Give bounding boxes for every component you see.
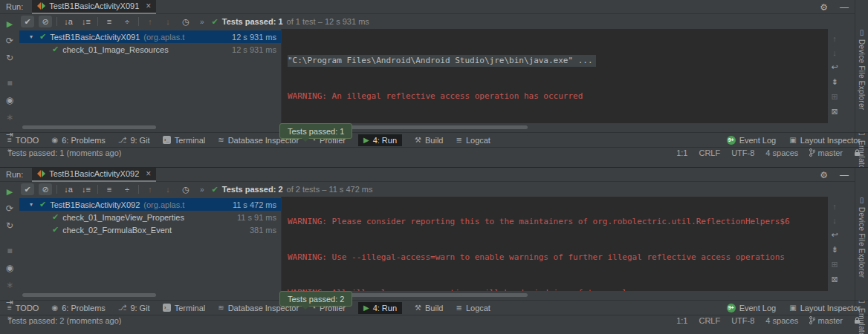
chevron-down-icon[interactable]: ▾: [30, 201, 36, 208]
scroll-to-end-icon[interactable]: ⇟: [831, 77, 838, 87]
run-console[interactable]: "C:\Program Files\Android\Android Studio…: [281, 29, 828, 123]
sort-alphabetically-icon[interactable]: ↓a: [62, 16, 75, 27]
database-icon: ≋: [218, 136, 224, 144]
more-icon[interactable]: »: [200, 18, 204, 26]
tool-button-git[interactable]: ⎇9: Git: [118, 304, 150, 312]
test-tree-item[interactable]: ✔ check_01_Image_Resources 12 s 931 ms: [19, 43, 281, 56]
tool-button-device-file-explorer[interactable]: ▯ Device File Explorer: [858, 196, 866, 278]
more-icon[interactable]: »: [200, 186, 204, 194]
restart-icon[interactable]: ↻: [6, 220, 13, 231]
line-ending[interactable]: CRLF: [699, 148, 720, 157]
rerun-icon[interactable]: ▶: [7, 19, 13, 29]
thread-dump-icon: ∗: [6, 112, 13, 122]
test-method-name: check_01_Image_Resources: [62, 45, 168, 54]
filter-ignored-icon[interactable]: ⊘: [39, 16, 52, 27]
layout-inspector-button[interactable]: ▣Layout Inspector: [789, 136, 861, 145]
test-toolbar: ✔ ⊘ ↓a ↓≡ ≡ ÷ ↑ ↓ ◷ » ✔ Tests passed: 2 …: [19, 182, 841, 197]
status-bar: Tests passed: 1 (moments ago) 1:1 CRLF U…: [0, 147, 868, 157]
run-header: Run: TestB1BasicActivityX091 × ⚙ —: [0, 0, 868, 14]
collapse-all-icon[interactable]: ÷: [120, 16, 134, 27]
tool-button-device-file-explorer[interactable]: ▯ Device File Explorer: [858, 28, 866, 110]
tool-button-run[interactable]: ▶4: Run: [358, 302, 402, 314]
sort-by-duration-icon[interactable]: ↓≡: [80, 16, 93, 27]
git-branch-widget[interactable]: master: [809, 148, 843, 157]
tool-button-build[interactable]: ⚒Build: [415, 136, 443, 145]
close-icon[interactable]: ×: [146, 1, 151, 11]
lock-icon[interactable]: [854, 149, 861, 157]
indent-setting[interactable]: 4 spaces: [765, 148, 798, 157]
tool-button-git[interactable]: ⎇9: Git: [118, 136, 150, 145]
rerun-failed-tests-icon[interactable]: ⟳: [6, 36, 13, 46]
filter-ignored-icon[interactable]: ⊘: [39, 183, 52, 195]
test-toolbar: ✔ ⊘ ↓a ↓≡ ≡ ÷ ↑ ↓ ◷ » ✔ Tests passed: 1 …: [19, 14, 841, 29]
tool-button-run[interactable]: ▶4: Run: [358, 134, 402, 146]
chevron-down-icon[interactable]: ▾: [30, 33, 36, 40]
run-icon: ▶: [363, 136, 369, 144]
clear-console-icon[interactable]: ⊠: [831, 275, 838, 284]
tool-button-logcat[interactable]: ≣Logcat: [456, 136, 490, 145]
settings-gear-icon[interactable]: ⚙: [820, 170, 828, 180]
scroll-to-end-icon[interactable]: ⇟: [831, 245, 838, 255]
expand-all-icon[interactable]: ≡: [103, 183, 116, 195]
layout-inspector-button[interactable]: ▣Layout Inspector: [789, 304, 861, 312]
run-tool-window-x092: Run: TestB1BasicActivityX092 × ⚙ — ▶ ⟳ ↻…: [0, 167, 868, 334]
run-left-toolbar: ▶ ⟳ ↻ ■ ◉ ∗ ⇥ »: [0, 14, 19, 132]
screenshot-icon[interactable]: ◉: [6, 263, 13, 273]
caret-position[interactable]: 1:1: [676, 148, 687, 157]
hide-window-icon[interactable]: —: [840, 2, 849, 13]
expand-all-icon[interactable]: ≡: [103, 16, 116, 27]
sort-alphabetically-icon[interactable]: ↓a: [62, 183, 75, 195]
tree-horizontal-scrollbar[interactable]: [22, 125, 156, 129]
test-history-icon[interactable]: ◷: [179, 183, 192, 195]
test-tree-root[interactable]: ▾ ✔ TestB1BasicActivityX091 (org.aplas.t…: [19, 30, 281, 43]
line-ending[interactable]: CRLF: [699, 316, 720, 325]
indent-setting[interactable]: 4 spaces: [765, 316, 798, 325]
tool-button-problems[interactable]: ◉6: Problems: [51, 136, 105, 145]
stop-icon: ■: [7, 78, 12, 88]
soft-wrap-icon[interactable]: ↩: [831, 230, 838, 240]
console-toolbar: ↑ ↓ ↩ ⇟ ⊞ ⊠: [828, 29, 841, 123]
settings-gear-icon[interactable]: ⚙: [820, 2, 828, 13]
tool-button-terminal[interactable]: ›_Terminal: [163, 136, 206, 145]
tool-button-terminal[interactable]: ›_Terminal: [163, 304, 206, 312]
sort-by-duration-icon[interactable]: ↓≡: [80, 183, 93, 195]
run-tool-window-x091: Run: TestB1BasicActivityX091 × ⚙ — ▶ ⟳ ↻…: [0, 0, 868, 167]
rerun-icon[interactable]: ▶: [7, 187, 13, 197]
file-encoding[interactable]: UTF-8: [731, 148, 754, 157]
git-branch-widget[interactable]: master: [809, 316, 843, 325]
database-icon: ≋: [218, 304, 224, 312]
restart-icon[interactable]: ↻: [6, 53, 13, 63]
event-log-button[interactable]: 9+Event Log: [727, 304, 777, 312]
screenshot-icon[interactable]: ◉: [6, 95, 13, 105]
clear-console-icon[interactable]: ⊠: [831, 107, 838, 117]
test-tree-root[interactable]: ▾ ✔ TestB1BasicActivityX092 (org.aplas.t…: [19, 198, 281, 211]
tool-button-problems[interactable]: ◉6: Problems: [51, 304, 105, 312]
event-log-button[interactable]: 9+Event Log: [727, 136, 777, 145]
console-line: WARNING: Please consider reporting this …: [288, 216, 828, 228]
tool-button-todo[interactable]: ≡TODO: [7, 136, 39, 145]
test-tree-item[interactable]: ✔ check_02_FormulaBox_Event 381 ms: [19, 223, 281, 236]
collapse-all-icon[interactable]: ÷: [120, 183, 134, 195]
hide-window-icon[interactable]: —: [840, 170, 849, 180]
run-tab[interactable]: TestB1BasicActivityX092 ×: [32, 168, 156, 182]
tool-button-build[interactable]: ⚒Build: [415, 304, 443, 312]
status-message: Tests passed: 2 (moments ago): [7, 316, 121, 325]
file-encoding[interactable]: UTF-8: [731, 316, 754, 325]
tool-button-todo[interactable]: ≡TODO: [7, 304, 39, 312]
rerun-failed-tests-icon[interactable]: ⟳: [6, 203, 13, 214]
todo-icon: ≡: [7, 136, 12, 144]
tool-button-logcat[interactable]: ≣Logcat: [456, 304, 490, 312]
soft-wrap-icon[interactable]: ↩: [831, 62, 838, 72]
test-tree-item[interactable]: ✔ check_01_ImageView_Properties 11 s 91 …: [19, 211, 281, 223]
caret-position[interactable]: 1:1: [676, 316, 687, 325]
passed-check-icon: ✔: [212, 17, 218, 27]
run-tab[interactable]: TestB1BasicActivityX091 ×: [32, 0, 156, 14]
lock-icon[interactable]: [854, 317, 861, 324]
filter-passed-icon[interactable]: ✔: [21, 183, 34, 195]
tree-horizontal-scrollbar[interactable]: [22, 293, 156, 297]
test-method-name: check_02_FormulaBox_Event: [62, 226, 172, 235]
test-history-icon[interactable]: ◷: [179, 16, 192, 27]
close-icon[interactable]: ×: [146, 168, 151, 179]
run-console[interactable]: WARNING: Please consider reporting this …: [281, 197, 828, 291]
filter-passed-icon[interactable]: ✔: [21, 16, 34, 27]
